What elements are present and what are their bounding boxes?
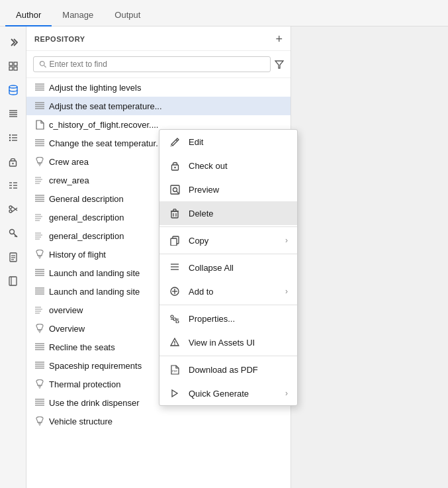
- filter-button[interactable]: [275, 60, 284, 69]
- svg-point-138: [174, 344, 175, 346]
- svg-point-11: [9, 137, 10, 138]
- svg-point-23: [9, 206, 12, 209]
- svg-line-109: [171, 146, 171, 146]
- search-input-wrap[interactable]: [33, 56, 271, 72]
- context-menu-label: Edit: [189, 137, 288, 147]
- trash-icon: [169, 207, 181, 219]
- lock-sidebar-icon[interactable]: [3, 151, 24, 172]
- tab-author[interactable]: Author: [5, 5, 52, 26]
- preview-icon: [169, 183, 181, 195]
- file-type-icon: [34, 230, 45, 241]
- submenu-arrow-icon: ›: [285, 389, 288, 398]
- svg-rect-1: [14, 62, 17, 66]
- context-menu-label: Download as PDF: [189, 365, 288, 375]
- context-menu-item-collapse-all[interactable]: Collapse All: [159, 256, 297, 279]
- context-menu-label: Preview: [189, 185, 288, 195]
- context-menu-label: View in Assets UI: [189, 338, 288, 348]
- svg-rect-3: [14, 67, 17, 70]
- sidebar: [0, 26, 26, 488]
- add-icon: [169, 285, 181, 297]
- context-menu-label: Properties...: [189, 314, 288, 324]
- svg-rect-0: [9, 62, 13, 66]
- file-type-icon: [34, 323, 45, 334]
- main-layout: REPOSITORY + Adjust the lighting levelsA…: [0, 26, 448, 488]
- file-type-icon: [34, 212, 45, 222]
- context-menu-item-copy[interactable]: Copy›: [159, 228, 297, 252]
- svg-line-38: [44, 66, 46, 68]
- svg-point-131: [173, 318, 176, 320]
- collapse-icon[interactable]: [3, 32, 24, 53]
- svg-rect-35: [9, 277, 17, 285]
- file-type-icon: [34, 193, 45, 204]
- submenu-arrow-icon: ›: [285, 287, 288, 296]
- svg-rect-2: [9, 67, 13, 70]
- key-icon[interactable]: [3, 222, 24, 244]
- context-menu-label: Delete: [189, 209, 288, 219]
- file-type-icon: [34, 342, 45, 352]
- svg-point-37: [40, 62, 44, 66]
- lines3-icon[interactable]: [3, 175, 24, 196]
- svg-rect-115: [171, 211, 178, 218]
- context-menu-label: Quick Generate: [189, 389, 277, 399]
- list-item[interactable]: Adjust the lighting levels: [26, 78, 291, 97]
- top-tabs: Author Manage Output: [0, 0, 448, 26]
- context-menu-item-quick-generate[interactable]: Quick Generate›: [159, 381, 297, 405]
- svg-text:PDF: PDF: [172, 369, 178, 373]
- file-type-icon: [34, 156, 45, 167]
- assets-icon: [169, 336, 181, 348]
- svg-line-108: [176, 140, 177, 141]
- context-menu-item-add-to[interactable]: Add to›: [159, 279, 297, 303]
- svg-line-114: [176, 191, 179, 193]
- svg-point-13: [9, 140, 10, 141]
- context-menu-label: Check out: [189, 161, 288, 171]
- file-type-icon: [34, 379, 45, 389]
- add-button[interactable]: +: [275, 33, 283, 45]
- list-item[interactable]: Adjust the seat temperature...: [26, 97, 291, 115]
- file-type-icon: [34, 249, 45, 260]
- list2-icon[interactable]: [3, 127, 24, 148]
- submenu-arrow-icon: ›: [285, 236, 288, 245]
- database-icon[interactable]: [3, 79, 24, 101]
- file-name-label: Vehicle structure: [49, 416, 283, 426]
- file-type-icon: [34, 268, 45, 278]
- context-menu-item-view-in-assets-ui[interactable]: View in Assets UI: [159, 330, 297, 354]
- properties-icon: [169, 313, 181, 324]
- file-type-icon: [34, 397, 45, 408]
- context-menu-item-delete[interactable]: Delete: [159, 201, 297, 225]
- context-menu-item-check-out[interactable]: Check out: [159, 154, 297, 177]
- context-menu-item-properties[interactable]: Properties...: [159, 307, 297, 330]
- doc-icon[interactable]: [3, 246, 24, 268]
- context-menu-label: Add to: [189, 287, 277, 297]
- grid-icon[interactable]: [3, 56, 24, 77]
- repo-title: REPOSITORY: [34, 35, 85, 43]
- svg-rect-123: [171, 238, 177, 246]
- tab-manage[interactable]: Manage: [52, 5, 104, 26]
- file-type-icon: [34, 101, 45, 111]
- file-type-icon: [34, 119, 45, 130]
- context-menu-label: Copy: [189, 236, 277, 246]
- list-item[interactable]: Vehicle structure: [26, 412, 291, 430]
- file-type-icon: [34, 286, 45, 297]
- context-menu: EditCheck outPreviewDeleteCopy›Collapse …: [159, 129, 298, 406]
- svg-point-16: [12, 162, 13, 164]
- svg-point-9: [9, 134, 10, 136]
- collapse-icon: [169, 262, 181, 273]
- copy-icon: [169, 234, 181, 246]
- context-menu-item-edit[interactable]: Edit: [159, 130, 297, 154]
- search-bar: [26, 51, 291, 78]
- tab-output[interactable]: Output: [104, 5, 151, 26]
- file-type-icon: [34, 416, 45, 426]
- search-input[interactable]: [49, 60, 265, 69]
- file-type-icon: [34, 82, 45, 93]
- scissors-icon[interactable]: [3, 199, 24, 220]
- svg-point-4: [9, 85, 17, 88]
- svg-marker-39: [275, 61, 283, 68]
- file-type-icon: [34, 305, 45, 315]
- list-icon[interactable]: [3, 103, 24, 124]
- context-menu-item-preview[interactable]: Preview: [159, 177, 297, 201]
- context-menu-item-download-as-pdf[interactable]: PDFDownload as PDF: [159, 358, 297, 381]
- context-menu-label: Collapse All: [189, 263, 288, 273]
- book-icon[interactable]: [3, 270, 24, 291]
- search-icon: [39, 60, 46, 68]
- file-name-label: Adjust the seat temperature...: [49, 101, 283, 111]
